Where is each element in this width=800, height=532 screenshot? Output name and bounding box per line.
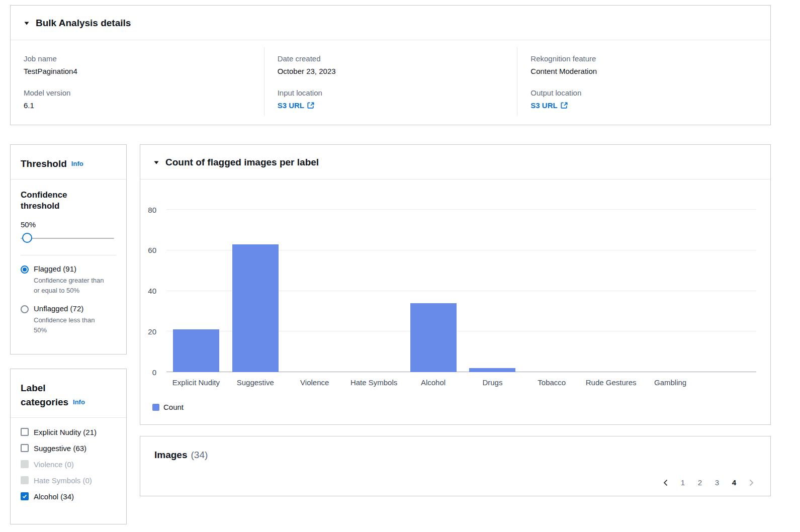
- x-axis-label: Gambling: [641, 378, 700, 387]
- bar-explicit-nudity[interactable]: [173, 329, 219, 372]
- pagination-page-3[interactable]: 3: [712, 477, 722, 488]
- pagination-next-button[interactable]: [746, 478, 756, 488]
- field-rekognition-feature: Rekognition feature Content Moderation: [517, 47, 770, 81]
- details-grid: Job name TestPagination4 Date created Oc…: [11, 40, 770, 125]
- field-value: October 23, 2023: [278, 67, 504, 75]
- radio-icon: [21, 265, 29, 274]
- field-job-name: Job name TestPagination4: [11, 47, 264, 81]
- threshold-header: ThresholdInfo: [11, 145, 126, 180]
- content-columns: ThresholdInfo Confidence threshold 50%: [10, 144, 790, 524]
- bulk-analysis-details-header[interactable]: Bulk Analysis details: [11, 6, 770, 40]
- checkbox-icon: [21, 492, 29, 500]
- slider-thumb[interactable]: [22, 233, 32, 243]
- radio-description: Confidence less than 50%: [34, 315, 107, 335]
- checkbox-icon: [21, 428, 29, 436]
- flagged-radio[interactable]: Flagged (91) Confidence greater than or …: [21, 264, 116, 295]
- checkbox-label: Alcohol (34): [34, 492, 74, 501]
- label-categories-info-link[interactable]: Info: [73, 398, 85, 406]
- output-s3-url-link[interactable]: S3 URL: [530, 101, 567, 110]
- external-link-icon: [307, 102, 314, 109]
- collapse-caret-icon[interactable]: [153, 159, 159, 165]
- pagination-prev-button[interactable]: [661, 478, 671, 488]
- bar-slot: [581, 210, 641, 372]
- field-label: Rekognition feature: [530, 54, 757, 63]
- x-axis-label: Suggestive: [226, 378, 285, 387]
- pagination-page-4[interactable]: 4: [729, 477, 739, 488]
- pagination: 1 2 3 4: [661, 477, 756, 488]
- divider: [21, 255, 116, 255]
- chart-panel: Count of flagged images per label 806040…: [140, 144, 771, 425]
- field-value: Content Moderation: [530, 67, 757, 75]
- label-categories-header: Label categoriesInfo: [11, 369, 126, 417]
- bar-slot: [522, 210, 581, 372]
- main-content: Count of flagged images per label 806040…: [140, 144, 771, 496]
- field-label: Model version: [24, 88, 251, 97]
- bulk-analysis-details-panel: Bulk Analysis details Job name TestPagin…: [10, 5, 771, 125]
- input-s3-url-link[interactable]: S3 URL: [278, 101, 314, 110]
- chart-plot: 806040200: [166, 210, 756, 372]
- threshold-panel: ThresholdInfo Confidence threshold 50%: [10, 144, 127, 354]
- bar-slot: [285, 210, 344, 372]
- images-title: Images: [154, 450, 187, 461]
- chevron-right-icon: [747, 479, 755, 487]
- chart-legend: Count: [152, 403, 756, 411]
- x-axis-label: Rude Gestures: [581, 378, 641, 387]
- x-axis-label: Tobacco: [522, 378, 581, 387]
- legend-label-count[interactable]: Count: [163, 403, 184, 411]
- pagination-page-2[interactable]: 2: [695, 477, 705, 488]
- bar-slot: [641, 210, 700, 372]
- y-tick-label: 40: [146, 287, 161, 295]
- y-tick-label: 20: [146, 327, 161, 335]
- collapse-caret-icon[interactable]: [24, 20, 30, 26]
- confidence-threshold-label: Confidence threshold: [21, 190, 96, 213]
- field-input-location: Input location S3 URL: [264, 81, 517, 116]
- field-date-created: Date created October 23, 2023: [264, 47, 517, 81]
- field-value: 6.1: [24, 101, 251, 110]
- bar-suggestive[interactable]: [232, 244, 279, 372]
- category-checkbox-violence: Violence (0): [21, 460, 116, 469]
- checkbox-label: Violence (0): [34, 460, 74, 469]
- images-header: Images (34): [154, 450, 756, 461]
- x-axis-label: Explicit Nudity: [166, 378, 226, 387]
- bar-drugs[interactable]: [469, 368, 515, 372]
- category-checkbox-explicit-nudity[interactable]: Explicit Nudity (21): [21, 428, 116, 436]
- radio-description: Confidence greater than or equal to 50%: [34, 276, 107, 295]
- checkbox-label: Suggestive (63): [34, 444, 86, 453]
- chart-header[interactable]: Count of flagged images per label: [140, 145, 770, 180]
- page: Bulk Analysis details Job name TestPagin…: [0, 0, 800, 524]
- bar-alcohol[interactable]: [410, 303, 457, 372]
- chart-bars: [166, 210, 756, 372]
- chart-body: 806040200 Explicit NuditySuggestiveViole…: [140, 180, 770, 424]
- checkbox-icon: [21, 460, 29, 468]
- external-link-icon: [561, 102, 568, 109]
- y-tick-label: 0: [146, 368, 161, 376]
- details-panel-title: Bulk Analysis details: [36, 18, 131, 29]
- legend-swatch-count: [152, 404, 159, 411]
- images-count: (34): [191, 450, 208, 461]
- field-label: Input location: [278, 88, 504, 97]
- confidence-threshold-slider[interactable]: [21, 232, 116, 245]
- unflagged-radio[interactable]: Unflagged (72) Confidence less than 50%: [21, 304, 116, 335]
- y-tick-label: 80: [146, 205, 161, 214]
- category-checkbox-suggestive[interactable]: Suggestive (63): [21, 444, 116, 453]
- checkbox-icon: [21, 444, 29, 452]
- checkbox-label: Hate Symbols (0): [34, 476, 92, 485]
- field-model-version: Model version 6.1: [11, 81, 264, 116]
- category-checkbox-alcohol[interactable]: Alcohol (34): [21, 492, 116, 501]
- radio-label: Flagged (91): [34, 264, 107, 273]
- threshold-info-link[interactable]: Info: [71, 160, 83, 167]
- x-axis-label: Hate Symbols: [344, 378, 404, 387]
- bar-slot: [166, 210, 226, 372]
- checkbox-icon: [21, 476, 29, 484]
- x-axis-label: Drugs: [463, 378, 522, 387]
- bar-slot: [226, 210, 285, 372]
- chart-title: Count of flagged images per label: [165, 157, 319, 168]
- pagination-page-1[interactable]: 1: [678, 477, 688, 488]
- slider-track[interactable]: [21, 238, 114, 239]
- link-text: S3 URL: [278, 101, 304, 110]
- field-output-location: Output location S3 URL: [517, 81, 770, 116]
- field-label: Job name: [24, 54, 251, 63]
- x-axis-label: Alcohol: [404, 378, 463, 387]
- category-checkbox-hate-symbols: Hate Symbols (0): [21, 476, 116, 485]
- flag-filter-radio-group: Flagged (91) Confidence greater than or …: [21, 264, 116, 335]
